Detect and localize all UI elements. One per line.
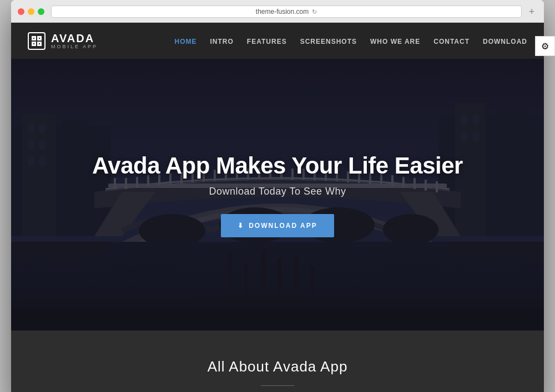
browser-window: theme-fusion.com ↻ + (11, 0, 544, 392)
logo-icon (28, 32, 46, 50)
about-section: All About Avada App (11, 330, 544, 392)
nav-item-contact[interactable]: CONTACT (433, 36, 470, 46)
address-bar[interactable]: theme-fusion.com ↻ (51, 6, 522, 18)
logo-subtitle: MOBILE APP (51, 44, 98, 49)
hero-content: Avada App Makes Your Life Easier Downloa… (81, 141, 474, 248)
svg-rect-4 (33, 38, 34, 39)
traffic-lights (18, 8, 44, 15)
minimize-button[interactable] (28, 8, 34, 15)
nav-link-who-we-are[interactable]: WHO WE ARE (370, 38, 420, 45)
main-navigation: AVADA MOBILE APP HOME INTRO FEATURES SCR… (11, 23, 544, 59)
logo[interactable]: AVADA MOBILE APP (28, 32, 98, 50)
nav-link-features[interactable]: FEATURES (247, 38, 287, 45)
hero-section: Avada App Makes Your Life Easier Downloa… (11, 59, 544, 330)
svg-rect-6 (33, 43, 34, 44)
nav-link-download[interactable]: DOWNLOAD (483, 38, 527, 45)
settings-gear-button[interactable]: ⚙ (535, 36, 544, 56)
hero-title: Avada App Makes Your Life Easier (92, 152, 463, 179)
about-divider (261, 385, 294, 386)
website-content: AVADA MOBILE APP HOME INTRO FEATURES SCR… (11, 23, 544, 392)
about-title: All About Avada App (22, 358, 533, 375)
maximize-button[interactable] (38, 8, 44, 15)
close-button[interactable] (18, 8, 24, 15)
download-icon: ⬇ (238, 222, 244, 230)
gear-icon: ⚙ (541, 41, 544, 52)
nav-item-home[interactable]: HOME (175, 36, 197, 46)
browser-toolbar: theme-fusion.com ↻ + (18, 6, 537, 18)
nav-item-download[interactable]: DOWNLOAD (483, 36, 527, 46)
refresh-icon: ↻ (312, 8, 317, 16)
download-btn-label: DOWNLOAD APP (249, 222, 317, 230)
url-text: theme-fusion.com (256, 8, 309, 16)
nav-links: HOME INTRO FEATURES SCREENSHOTS WHO WE A… (175, 36, 527, 46)
svg-rect-7 (39, 43, 40, 44)
nav-item-screenshots[interactable]: SCREENSHOTS (300, 36, 357, 46)
nav-link-home[interactable]: HOME (175, 38, 197, 45)
logo-name: AVADA (51, 33, 98, 44)
svg-rect-5 (39, 38, 40, 39)
download-app-button[interactable]: ⬇ DOWNLOAD APP (221, 214, 334, 237)
browser-chrome: theme-fusion.com ↻ + (11, 0, 544, 23)
new-tab-button[interactable]: + (526, 6, 537, 17)
hero-subtitle: Download Today To See Why (92, 186, 463, 197)
nav-item-who-we-are[interactable]: WHO WE ARE (370, 36, 420, 46)
nav-link-contact[interactable]: CONTACT (433, 38, 470, 45)
nav-item-intro[interactable]: INTRO (210, 36, 234, 46)
nav-item-features[interactable]: FEATURES (247, 36, 287, 46)
logo-text: AVADA MOBILE APP (51, 33, 98, 49)
nav-link-screenshots[interactable]: SCREENSHOTS (300, 38, 357, 45)
nav-link-intro[interactable]: INTRO (210, 38, 234, 45)
